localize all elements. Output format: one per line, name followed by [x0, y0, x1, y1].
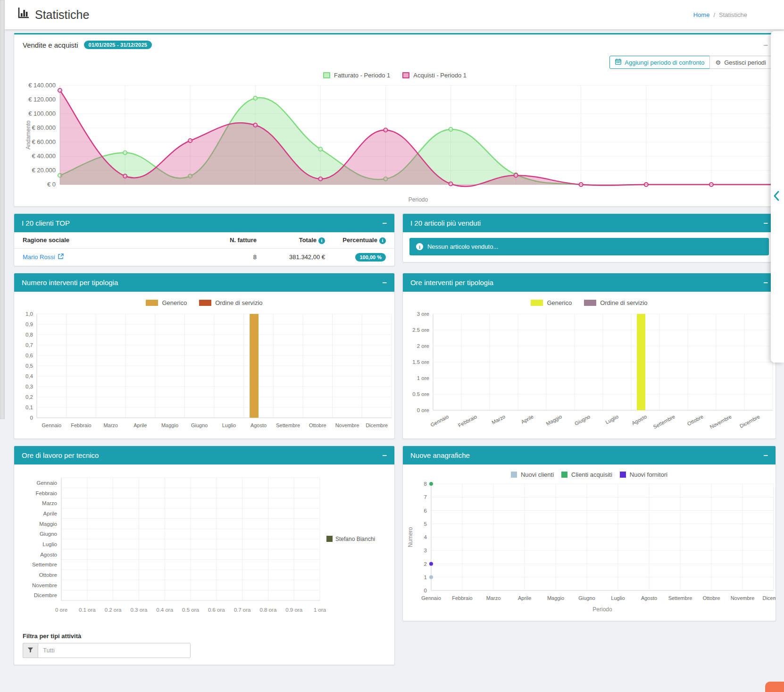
panel-anagrafiche-title: Nuove anagrafiche [410, 451, 470, 459]
legend-item[interactable]: Clienti acquisiti [561, 471, 612, 478]
panel-articoli-venduti: I 20 articoli più venduti – i Nessun art… [402, 213, 776, 262]
collapsed-sidebar-edge [0, 0, 5, 419]
svg-text:Novembre: Novembre [32, 582, 57, 588]
info-icon[interactable]: i [379, 237, 386, 244]
ore-tecnico-chart: 0 ore0.1 ora0.2 ora0.3 ora0.4 ora0.5 ora… [14, 470, 395, 628]
anagrafiche-chart-legend: Nuovi clientiClienti acquisitiNuovi forn… [403, 471, 776, 478]
legend-item[interactable]: Ordine di servizio [199, 299, 262, 306]
collapse-icon[interactable]: – [764, 41, 768, 49]
external-link-icon [58, 253, 64, 261]
customer-link[interactable]: Mario Rossi [23, 253, 64, 261]
svg-text:0: 0 [30, 415, 33, 421]
svg-text:Andamento: Andamento [25, 120, 32, 150]
collapse-icon[interactable]: – [764, 451, 768, 459]
activity-filter-group [23, 643, 191, 658]
table-row: Mario Rossi 8 381.342,00 € 100,00 % [14, 248, 394, 266]
legend-swatch [199, 300, 211, 306]
svg-text:Settembre: Settembre [668, 595, 692, 601]
cell-n-fatture: 8 [212, 248, 265, 266]
breadcrumb-home-link[interactable]: Home [693, 11, 710, 18]
legend-swatch [146, 300, 158, 306]
svg-text:Febbraio: Febbraio [452, 595, 472, 601]
svg-text:7: 7 [424, 494, 427, 500]
panel-vendite-title: Vendite e acquisti [23, 41, 78, 49]
svg-text:Giugno: Giugno [40, 531, 57, 537]
legend-label: Generico [162, 299, 187, 306]
svg-text:0,7: 0,7 [25, 342, 33, 348]
svg-text:Novembre: Novembre [335, 422, 359, 428]
legend-item[interactable]: Fatturato - Periodo 1 [323, 72, 390, 79]
manage-periods-button[interactable]: ⚙ Gestisci periodi [709, 56, 772, 69]
percent-badge: 100,00 % [355, 253, 385, 262]
svg-text:Settembre: Settembre [652, 414, 676, 430]
svg-text:Maggio: Maggio [39, 521, 57, 526]
svg-text:0.5 ora: 0.5 ora [182, 607, 199, 613]
svg-text:€ 40.000: € 40.000 [32, 152, 56, 160]
activity-filter-input[interactable] [38, 643, 191, 658]
col-n-fatture: N. fatture [212, 232, 265, 248]
collapse-icon[interactable]: – [382, 219, 386, 227]
comparison-drawer-collapsed[interactable] [771, 31, 784, 363]
svg-text:0: 0 [424, 588, 427, 593]
svg-text:Numero: Numero [407, 527, 414, 547]
info-icon[interactable]: i [318, 237, 325, 244]
svg-text:0 ore: 0 ore [417, 407, 429, 413]
numero-interventi-chart: 1,00,90,80,70,60,50,40,30,20,10GennaioFe… [14, 307, 395, 439]
svg-text:4: 4 [424, 534, 427, 540]
panel-nuove-anagrafiche: Nuove anagrafiche – Nuovi clientiClienti… [402, 446, 776, 621]
svg-text:Marzo: Marzo [103, 422, 118, 428]
legend-label: Ordine di servizio [215, 299, 262, 306]
legend-swatch [323, 72, 330, 78]
svg-text:1.5 ore: 1.5 ore [412, 359, 429, 365]
svg-text:1 ore: 1 ore [417, 375, 429, 381]
svg-text:Agosto: Agosto [641, 595, 657, 601]
floating-action-button[interactable] [765, 682, 784, 692]
legend-label: Generico [547, 299, 572, 306]
svg-text:Luglio: Luglio [611, 595, 625, 601]
collapse-icon[interactable]: – [382, 451, 386, 459]
numero-chart-legend: GenericoOrdine di servizio [14, 299, 394, 306]
panel-ore-tecnico-title: Ore di lavoro per tecnico [22, 451, 99, 459]
page-title: Statistiche [17, 7, 89, 22]
collapse-icon[interactable]: – [764, 278, 768, 287]
clienti-top-table: Ragione sociale N. fatture Totalei Perce… [14, 232, 394, 266]
legend-label: Nuovi clienti [521, 471, 554, 478]
legend-item[interactable]: Acquisti - Periodo 1 [402, 72, 467, 79]
cell-totale: 381.342,00 € [265, 248, 334, 266]
svg-text:Gennaio: Gennaio [42, 422, 62, 428]
svg-text:Agosto: Agosto [631, 414, 648, 426]
svg-text:Gennaio: Gennaio [37, 480, 57, 485]
bar-chart-icon [17, 7, 30, 22]
collapse-icon[interactable]: – [764, 219, 768, 227]
panel-clienti-top: I 20 clienti TOP – Ragione sociale N. fa… [14, 213, 395, 266]
legend-item[interactable]: Nuovi clienti [511, 471, 554, 478]
panel-ore-tecnico: Ore di lavoro per tecnico – 0 ore0.1 ora… [14, 446, 395, 665]
legend-swatch [402, 72, 409, 78]
legend-item[interactable]: Generico [146, 299, 187, 306]
chevron-left-icon[interactable] [773, 190, 780, 203]
svg-text:€ 140.000: € 140.000 [28, 82, 56, 89]
svg-text:0.7 ora: 0.7 ora [234, 607, 251, 613]
legend-label: Ordine di servizio [600, 299, 647, 306]
breadcrumb-current: Statistiche [719, 11, 747, 18]
add-comparison-period-button[interactable]: Aggiungi periodo di confronto [609, 56, 710, 69]
legend-swatch [531, 300, 543, 306]
svg-text:0,1: 0,1 [25, 405, 33, 410]
svg-text:€ 60.000: € 60.000 [32, 138, 56, 145]
svg-text:Dicembre: Dicembre [34, 592, 57, 598]
svg-text:Aprile: Aprile [520, 414, 534, 425]
svg-text:Giugno: Giugno [578, 595, 595, 601]
legend-item[interactable]: Generico [531, 299, 572, 306]
collapse-icon[interactable]: – [382, 278, 386, 287]
legend-item[interactable]: Nuovi fornitori [620, 471, 667, 478]
svg-text:1,0: 1,0 [25, 311, 33, 317]
svg-text:Marzo: Marzo [42, 500, 57, 506]
svg-text:2: 2 [424, 561, 427, 566]
legend-item[interactable]: Ordine di servizio [584, 299, 647, 306]
panel-ore-interventi-title: Ore interventi per tipologia [410, 278, 493, 287]
svg-text:€ 0: € 0 [47, 181, 56, 188]
vendite-chart-legend: Fatturato - Periodo 1Acquisti - Periodo … [14, 72, 776, 79]
svg-text:Febbraio: Febbraio [36, 490, 57, 496]
svg-text:3 ore: 3 ore [417, 311, 429, 317]
panel-vendite-acquisti: Vendite e acquisti 01/01/2025 - 31/12/20… [14, 33, 776, 207]
